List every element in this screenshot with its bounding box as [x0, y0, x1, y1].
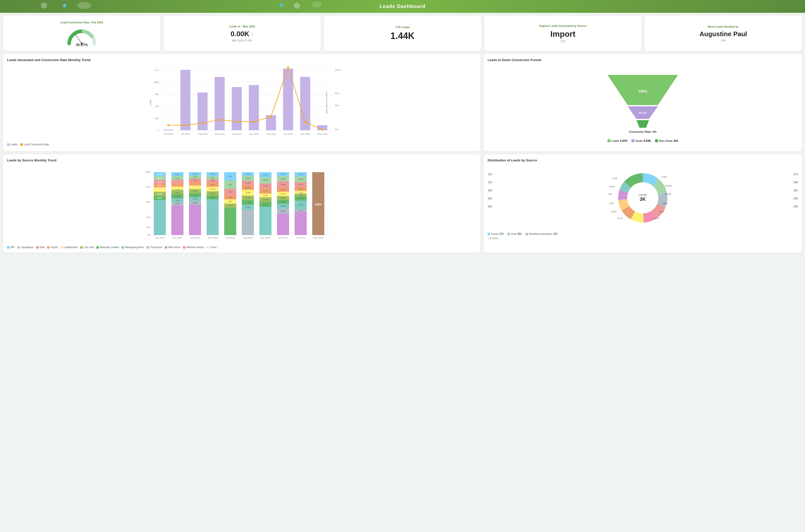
svg-text:35.67%: 35.67%: [76, 43, 88, 46]
svg-text:60%: 60%: [146, 201, 151, 203]
svg-text:12.5%: 12.5%: [280, 205, 285, 207]
svg-text:✱: ✱: [62, 3, 67, 8]
svg-text:Sep 2023: Sep 2023: [215, 133, 225, 135]
svg-point-41: [236, 121, 238, 123]
svg-text:15.2%: 15.2%: [263, 179, 268, 181]
svg-text:7.1%: 7.1%: [299, 192, 303, 193]
funnel-title: Leads to Deals Conversion Funnel: [488, 58, 798, 62]
svg-text:~: ~: [98, 4, 100, 8]
kpi-handled-label: Most Leads Handled by: [708, 25, 739, 28]
svg-text:9.7%: 9.7%: [157, 185, 162, 187]
monthly-trend-chart: 1.2K 1000 800 400 200 0 120% 80% 40% 0%: [7, 65, 476, 140]
svg-rect-127: [189, 205, 201, 235]
svg-rect-117: [189, 182, 201, 186]
kpi-leads-in-label: Leads in : May 2024: [229, 25, 255, 28]
svg-point-2: [77, 2, 91, 9]
kpi-ytd-value: 1.44K: [390, 31, 415, 41]
svg-text:9.5%: 9.5%: [193, 191, 197, 192]
svg-text:0: 0: [157, 129, 159, 132]
svg-text:9.8%: 9.8%: [210, 184, 214, 186]
svg-text:8%: 8%: [609, 193, 612, 195]
svg-text:12.1%: 12.1%: [263, 204, 268, 205]
svg-text:12.1%: 12.1%: [263, 190, 268, 192]
kpi-lead-conversion: Lead Conversion Rate: Feb 2024 35.67%: [3, 16, 161, 51]
svg-text:12.1%: 12.1%: [263, 174, 268, 176]
svg-point-40: [219, 119, 221, 121]
svg-text:Dec 2023: Dec 2023: [172, 236, 182, 239]
svg-text:Jun 2023: Jun 2023: [226, 236, 235, 239]
svg-text:Mar 2024: Mar 2024: [300, 133, 310, 135]
svg-rect-27: [163, 130, 173, 130]
svg-text:9.1%: 9.1%: [263, 195, 267, 196]
svg-text:40%: 40%: [146, 216, 151, 218]
svg-point-44: [287, 66, 289, 69]
svg-text:6.6%: 6.6%: [610, 185, 615, 188]
svg-text:12.1%: 12.1%: [263, 185, 268, 187]
middle-row: Leads Generated and Conversion Rate Mont…: [3, 54, 802, 151]
kpi-highest-count: 274: [561, 40, 565, 43]
svg-text:80%: 80%: [335, 92, 339, 95]
svg-text:9.4%: 9.4%: [175, 203, 180, 205]
svg-rect-157: [224, 208, 236, 235]
svg-text:11.4%: 11.4%: [245, 197, 250, 199]
svg-text:800: 800: [155, 93, 159, 96]
svg-text:12.1%: 12.1%: [245, 177, 250, 179]
svg-text:May 2024: May 2024: [313, 236, 323, 239]
legend-leads: Leads: [7, 143, 17, 146]
svg-text:12.1%: 12.1%: [245, 206, 250, 208]
distribution-more[interactable]: + 9 more...: [488, 237, 798, 240]
kpi-handled-name: Augustine Paul: [699, 30, 747, 38]
svg-text:8.2%: 8.2%: [157, 177, 162, 179]
kpi-highest-source: Import: [550, 30, 576, 39]
svg-text:100%: 100%: [638, 89, 647, 93]
svg-text:100%: 100%: [315, 203, 322, 206]
svg-text:7.4%: 7.4%: [193, 176, 197, 178]
svg-text:7.1%: 7.1%: [299, 194, 303, 196]
svg-rect-29: [198, 93, 208, 130]
svg-text:✱: ✱: [279, 2, 284, 8]
svg-text:9.3%: 9.3%: [659, 210, 664, 213]
svg-point-43: [270, 116, 272, 118]
svg-text:May 2024: May 2024: [317, 133, 327, 135]
source-trend-title: Leads by Source Monthly Trend: [7, 158, 476, 162]
svg-text:Dec 2023: Dec 2023: [266, 133, 276, 135]
svg-rect-30: [214, 77, 225, 130]
kpi-conversion-label: Lead Conversion Rate: Feb 2024: [60, 21, 103, 24]
svg-text:14.3%: 14.3%: [298, 178, 303, 180]
svg-rect-231: [295, 212, 307, 235]
kpi-row: Lead Conversion Rate: Feb 2024 35.67% Le…: [3, 16, 802, 51]
svg-text:19.7%: 19.7%: [639, 111, 647, 114]
svg-rect-98: [171, 183, 183, 187]
svg-text:Sep 2023: Sep 2023: [190, 236, 200, 239]
kpi-leads-in-sub: Mar 2024: 0.20K: [232, 39, 252, 42]
svg-text:20%: 20%: [228, 184, 232, 186]
svg-text:10.8%: 10.8%: [192, 202, 198, 204]
svg-text:7.1%: 7.1%: [299, 210, 303, 212]
svg-text:8.3%: 8.3%: [157, 181, 162, 183]
svg-text:0%: 0%: [335, 128, 338, 131]
svg-text:11.4%: 11.4%: [263, 199, 268, 201]
funnel-card: Leads to Deals Conversion Funnel 100% 19…: [484, 54, 802, 151]
svg-text:9.5%: 9.5%: [175, 192, 180, 194]
svg-text:10.7%: 10.7%: [298, 197, 303, 199]
funnel-svg: 100% 19.7% Conversion Rate: 9%: [602, 70, 683, 135]
svg-text:120%: 120%: [335, 69, 341, 71]
svg-text:Jul 2023: Jul 2023: [181, 133, 190, 135]
source-trend-chart: 100% 80% 60% 40% 20% 0% 9.7%: [7, 165, 476, 243]
svg-text:8.7%: 8.7%: [654, 217, 659, 220]
svg-text:~: ~: [242, 3, 244, 7]
svg-line-8: [75, 34, 82, 43]
kpi-ytd-label: YTD Leads: [395, 26, 410, 28]
kpi-most-handled: Most Leads Handled by Augustine Paul 184: [644, 16, 802, 51]
gauge-svg: 35.67%: [65, 26, 98, 46]
svg-text:Leads: Leads: [149, 99, 152, 106]
funnel-legend: Leads 2.67K Deals 0.53K Won Deals 241: [607, 139, 678, 142]
svg-text:15%: 15%: [228, 191, 232, 193]
svg-rect-97: [171, 180, 183, 183]
svg-text:9.4%: 9.4%: [281, 197, 285, 199]
svg-point-42: [253, 121, 255, 123]
svg-text:9.2%: 9.2%: [157, 197, 162, 199]
svg-point-0: [41, 2, 47, 8]
svg-text:5.4%: 5.4%: [661, 176, 667, 178]
svg-text:Jan 2024: Jan 2024: [283, 133, 293, 135]
